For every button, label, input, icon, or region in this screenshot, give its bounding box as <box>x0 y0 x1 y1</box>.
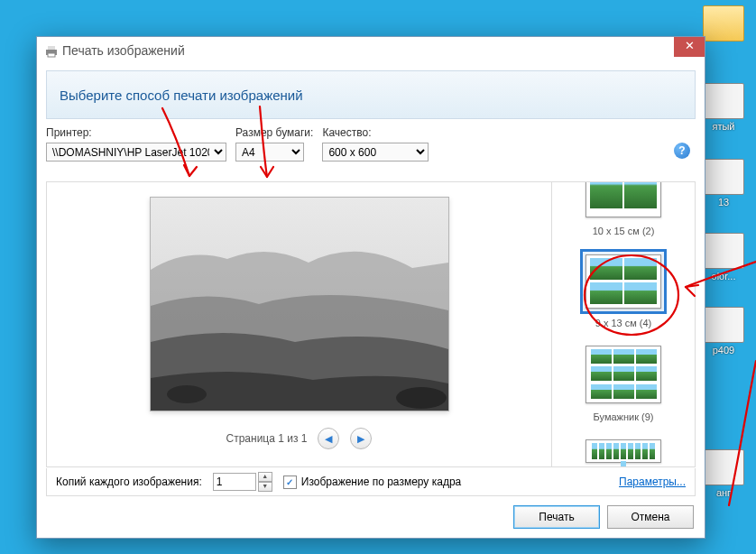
layout-option-9x13-4[interactable]: 9 x 13 см (4) <box>552 249 695 328</box>
quality-select[interactable]: 600 x 600 <box>322 143 429 162</box>
preview-image <box>151 198 448 411</box>
cancel-button[interactable]: Отмена <box>607 505 694 529</box>
help-button[interactable]: ? <box>674 143 690 159</box>
preview-page <box>150 197 449 411</box>
instruction-text: Выберите способ печати изображений <box>60 88 303 103</box>
file-icon <box>703 233 744 269</box>
layout-option-10x15-2[interactable]: 10 x 15 см (2) <box>552 182 695 236</box>
instruction-banner: Выберите способ печати изображений <box>46 70 696 119</box>
printer-select[interactable]: \\DOMASHNIY\HP LaserJet 1020 <box>46 143 226 162</box>
svg-rect-1 <box>48 46 55 50</box>
fit-frame-checkbox[interactable]: ✓ <box>283 476 297 489</box>
print-pictures-dialog: Печать изображений ✕ Выберите способ печ… <box>36 36 705 539</box>
pager-text: Страница 1 из 1 <box>226 432 308 445</box>
paper-size-label: Размер бумаги: <box>235 126 313 139</box>
svg-point-5 <box>396 387 447 409</box>
svg-point-4 <box>167 385 207 403</box>
quality-label: Качество: <box>322 126 429 139</box>
folder-icon <box>703 5 744 42</box>
copies-label: Копий каждого изображения: <box>56 476 202 488</box>
file-icon <box>703 449 744 485</box>
file-icon <box>703 307 744 343</box>
layout-label: Бумажник (9) <box>552 411 695 422</box>
preview-pane: Страница 1 из 1 ◀ ▶ <box>47 182 551 466</box>
svg-rect-2 <box>48 53 55 57</box>
layout-list[interactable]: 10 x 15 см (2)9 x 13 см (4)Бумажник (9) <box>551 182 695 466</box>
copies-spin-down[interactable]: ▼ <box>258 482 272 492</box>
copies-input[interactable] <box>213 473 256 491</box>
file-icon <box>703 159 744 195</box>
layout-label: 9 x 13 см (4) <box>552 318 695 328</box>
paper-size-select[interactable]: A4 <box>235 143 304 162</box>
fit-frame-label: Изображение по размеру кадра <box>301 476 461 488</box>
printer-icon <box>44 44 59 59</box>
parameters-link[interactable]: Параметры... <box>619 476 686 488</box>
close-button[interactable]: ✕ <box>674 37 705 57</box>
titlebar: Печать изображений ✕ <box>37 37 705 67</box>
prev-page-button[interactable]: ◀ <box>318 428 339 449</box>
printer-label: Принтер: <box>46 126 226 139</box>
next-page-button[interactable]: ▶ <box>350 428 372 449</box>
window-title: Печать изображений <box>62 43 185 58</box>
layout-label: 10 x 15 см (2) <box>552 226 695 236</box>
layout-option-wallet-9[interactable]: Бумажник (9) <box>552 341 695 422</box>
layout-option-contact[interactable] <box>552 435 695 466</box>
print-button[interactable]: Печать <box>513 505 600 529</box>
file-icon <box>703 83 744 119</box>
copies-spin-up[interactable]: ▲ <box>258 472 272 482</box>
